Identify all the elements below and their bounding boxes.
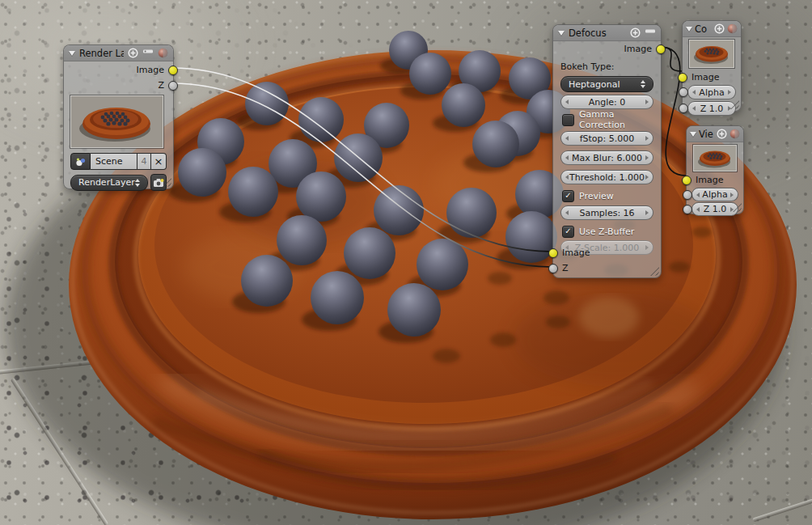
output-socket-z[interactable] [168, 81, 178, 91]
output-z-row: Z [64, 78, 173, 92]
scene-name-field[interactable]: Scene [91, 153, 137, 170]
input-socket-alpha[interactable] [679, 87, 688, 97]
z-slider[interactable]: Z 1.0 [687, 101, 736, 116]
gamma-correction-label: Gamma Correction [579, 109, 661, 130]
input-socket-image[interactable] [548, 248, 558, 258]
alpha-slider[interactable]: Alpha [691, 188, 738, 201]
link-renderlayer-z-to-defocus-z[interactable] [172, 83, 552, 267]
input-image-label: Image [696, 175, 723, 185]
output-image-row: Image [64, 62, 173, 77]
render-preview-image [70, 95, 163, 148]
layer-select-row: RenderLayer [70, 174, 167, 191]
node-render-layer-header[interactable]: Render Layer [64, 45, 173, 61]
collapse-triangle-icon[interactable] [558, 31, 565, 36]
preview-row: ✓ Preview [553, 190, 661, 201]
alpha-slider[interactable]: Alpha [687, 85, 736, 99]
use-zbuffer-label: Use Z-Buffer [579, 227, 634, 237]
node-title: Render Layer [79, 48, 124, 59]
add-icon[interactable] [128, 48, 138, 58]
gamma-correction-row: Gamma Correction [553, 114, 661, 125]
input-z-label: Z [562, 263, 569, 273]
node-title: Co [695, 23, 712, 35]
angle-slider[interactable]: Angle: 0 [560, 95, 653, 109]
node-composite[interactable]: Co Image [682, 20, 742, 112]
collapse-triangle-icon[interactable] [69, 51, 75, 56]
input-image-row: Image [553, 245, 661, 260]
viewer-preview-image [693, 145, 737, 171]
node-viewer[interactable]: Vie Image [686, 125, 744, 214]
bokeh-type-label: Bokeh Type: [553, 61, 661, 73]
input-socket-z[interactable] [679, 104, 688, 113]
input-image-label: Image [562, 248, 590, 258]
render-camera-button[interactable] [150, 174, 167, 191]
blender-compositor-backdrop-view: Render Layer Image Z [0, 0, 812, 525]
input-socket-z[interactable] [683, 205, 692, 214]
node-render-layer[interactable]: Render Layer Image Z [63, 44, 174, 189]
output-socket-image[interactable] [656, 44, 666, 54]
material-sphere-icon[interactable] [158, 48, 168, 58]
scene-unlink-button[interactable]: × [151, 153, 167, 170]
threshold-slider[interactable]: Threshold: 1.000 [560, 170, 653, 184]
preview-label: Preview [579, 191, 614, 201]
dropdown-arrows-icon [135, 179, 140, 187]
samples-slider[interactable]: Samples: 16 [560, 205, 653, 220]
collapse-triangle-icon[interactable] [686, 27, 692, 32]
z-slider[interactable]: Z 1.0 [691, 202, 738, 216]
input-socket-image[interactable] [682, 176, 691, 185]
input-image-row: Image [683, 70, 741, 83]
camera-icon [153, 178, 164, 188]
output-image-label: Image [137, 65, 164, 75]
add-icon[interactable] [630, 28, 641, 38]
output-image-row: Image [553, 41, 661, 56]
max-blur-slider[interactable]: Max Blur: 6.000 [560, 150, 653, 165]
render-layer-select[interactable]: RenderLayer [70, 175, 148, 191]
output-image-label: Image [624, 44, 652, 54]
input-z-row: Z [553, 260, 661, 275]
add-icon[interactable] [714, 23, 725, 34]
node-title: Vie [699, 129, 714, 140]
composite-preview-image [689, 40, 734, 68]
input-image-label: Image [691, 72, 719, 83]
node-defocus-header[interactable]: Defocus [553, 25, 661, 41]
output-socket-image[interactable] [168, 66, 178, 75]
use-zbuffer-checkbox[interactable]: ✓ [562, 226, 574, 238]
use-zbuffer-row: ✓ Use Z-Buffer [553, 226, 661, 237]
node-title: Defocus [569, 28, 626, 39]
node-defocus[interactable]: Defocus Image Bokeh Type: Heptagonal Ang… [552, 24, 662, 278]
add-icon[interactable] [717, 129, 727, 139]
close-icon: × [154, 155, 163, 167]
output-z-label: Z [158, 80, 164, 91]
dropdown-arrows-icon [641, 80, 645, 88]
collapse-triangle-icon[interactable] [690, 132, 696, 137]
input-socket-alpha[interactable] [683, 190, 692, 200]
node-viewer-header[interactable]: Vie [687, 126, 743, 142]
bokeh-type-select[interactable]: Heptagonal [560, 76, 653, 92]
input-socket-image[interactable] [678, 73, 687, 83]
node-options-icon[interactable] [645, 28, 656, 38]
input-socket-z[interactable] [548, 264, 558, 273]
scene-select-row: Scene 4 × [70, 153, 167, 170]
gamma-correction-checkbox[interactable] [562, 114, 574, 126]
link-renderlayer-image-to-defocus-image[interactable] [172, 68, 552, 252]
material-sphere-icon[interactable] [730, 129, 740, 139]
scene-icon [75, 157, 86, 167]
scene-browse-button[interactable] [70, 153, 91, 170]
material-sphere-icon[interactable] [727, 23, 738, 34]
preview-checkbox[interactable]: ✓ [562, 190, 574, 202]
node-options-icon[interactable] [142, 49, 154, 58]
node-composite-header[interactable]: Co [683, 21, 741, 37]
input-image-row: Image [687, 174, 743, 186]
scene-user-count[interactable]: 4 [137, 153, 151, 170]
fstop-slider[interactable]: fStop: 5.000 [560, 131, 653, 146]
